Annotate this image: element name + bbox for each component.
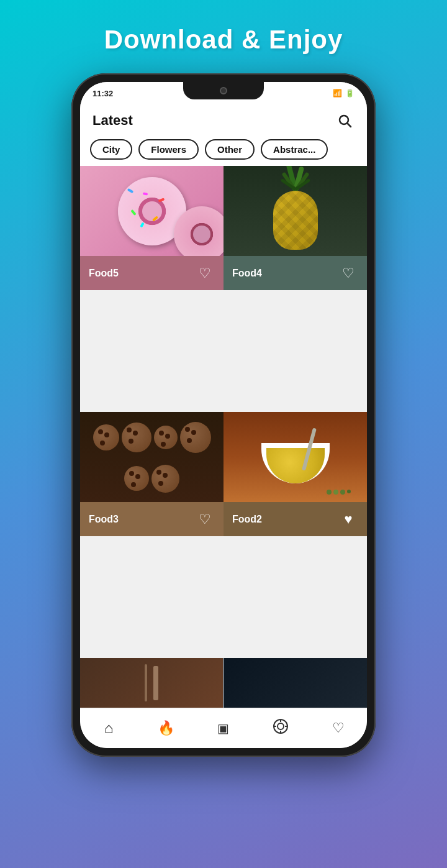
app-header-title: Latest	[93, 112, 133, 129]
status-time: 11:32	[93, 89, 113, 98]
partial-item-left	[80, 658, 224, 708]
video-icon: ▣	[217, 721, 229, 736]
status-bar: 11:32 📶 🔋	[80, 82, 367, 104]
heart-icon: ♡	[342, 265, 354, 281]
food5-label: Food5	[89, 268, 119, 279]
soup-scene	[224, 412, 367, 502]
cookie-2	[122, 423, 151, 452]
svg-line-1	[348, 124, 351, 127]
favorites-heart-icon: ♡	[332, 720, 345, 736]
nav-video[interactable]: ▣	[208, 713, 239, 744]
wifi-icon: 📶	[333, 89, 342, 98]
phone-shell: 11:32 📶 🔋 Latest City Flowers Other	[71, 73, 376, 757]
cookie-5	[124, 466, 149, 491]
heart-icon: ♡	[199, 511, 211, 528]
partial-item-right	[224, 658, 367, 708]
cookie-4	[180, 422, 211, 453]
heart-icon: ♥	[344, 511, 352, 528]
fire-icon: 🔥	[158, 720, 174, 736]
svg-point-3	[278, 723, 284, 729]
nav-discover[interactable]	[265, 713, 296, 744]
bottom-nav: ⌂ 🔥 ▣	[80, 708, 367, 748]
food2-heart-button[interactable]: ♥	[338, 509, 358, 529]
page-title: Download & Enjoy	[104, 25, 343, 55]
donut-scene	[80, 166, 224, 256]
status-icons: 📶 🔋	[333, 89, 354, 98]
nav-home[interactable]: ⌂	[93, 713, 124, 744]
grid-item-food4[interactable]: Food4 ♡	[224, 166, 367, 290]
category-tabs: City Flowers Other Abstrac...	[80, 135, 367, 166]
notch-camera	[220, 87, 227, 94]
food4-label: Food4	[232, 268, 262, 279]
app-header: Latest	[80, 104, 367, 135]
food3-heart-button[interactable]: ♡	[195, 509, 215, 529]
category-tab-other[interactable]: Other	[205, 139, 255, 160]
cookie-1	[93, 424, 119, 450]
food5-label-bar: Food5 ♡	[80, 256, 224, 290]
category-tab-city[interactable]: City	[90, 139, 132, 160]
image-grid: Food5 ♡	[80, 166, 367, 658]
discover-icon	[273, 718, 289, 738]
food2-label: Food2	[232, 514, 262, 525]
pineapple-scene	[224, 166, 367, 256]
home-icon: ⌂	[104, 720, 114, 737]
phone-screen: 11:32 📶 🔋 Latest City Flowers Other	[80, 82, 367, 748]
grid-item-food5[interactable]: Food5 ♡	[80, 166, 224, 290]
search-button[interactable]	[335, 111, 354, 130]
food3-label: Food3	[89, 514, 119, 525]
notch	[183, 82, 264, 99]
food4-heart-button[interactable]: ♡	[338, 263, 358, 283]
food5-heart-button[interactable]: ♡	[195, 263, 215, 283]
food2-label-bar: Food2 ♥	[224, 502, 367, 536]
food4-label-bar: Food4 ♡	[224, 256, 367, 290]
category-tab-flowers[interactable]: Flowers	[138, 139, 199, 160]
heart-icon: ♡	[199, 265, 211, 281]
cookie-3	[154, 426, 178, 449]
battery-icon: 🔋	[345, 89, 354, 98]
partial-row	[80, 658, 367, 708]
grid-item-food3[interactable]: Food3 ♡	[80, 412, 224, 536]
category-tab-abstract[interactable]: Abstrac...	[261, 139, 328, 160]
nav-favorites[interactable]: ♡	[323, 713, 354, 744]
food3-label-bar: Food3 ♡	[80, 502, 224, 536]
grid-item-food2[interactable]: Food2 ♥	[224, 412, 367, 536]
cookies-scene	[80, 412, 224, 502]
cookie-6	[151, 465, 179, 493]
nav-trending[interactable]: 🔥	[151, 713, 182, 744]
